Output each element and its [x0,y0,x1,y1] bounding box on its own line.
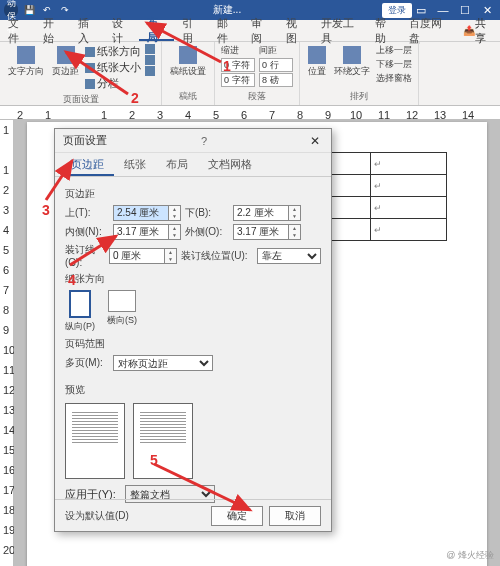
gutterpos-label: 装订线位置(U): [181,249,254,263]
wrap-button[interactable]: 环绕文字 [332,44,372,80]
top-spinner[interactable]: ▲▼ [169,205,181,221]
text-direction-button[interactable]: 文字方向 [6,44,46,80]
multi-select[interactable]: 对称页边距 [113,355,213,371]
spacing-before-input[interactable] [259,58,293,72]
tab-insert[interactable]: 插入 [70,20,105,41]
breaks-icon [145,44,155,54]
dialog-title: 页面设置 [63,133,107,148]
bottom-spinner[interactable]: ▲▼ [289,205,301,221]
indent-right-field[interactable] [221,73,255,87]
horizontal-ruler[interactable]: 211234567891011121314 [0,106,500,120]
group-arrange: 位置 环绕文字 上移一层 下移一层 选择窗格 排列 [300,42,419,105]
gutterpos-select[interactable]: 靠左 [257,248,321,264]
annotation-5: 5 [150,452,158,468]
portrait-label: 纵向(P) [65,320,95,333]
maximize-icon[interactable]: ☐ [456,4,474,17]
manuscript-icon [179,46,197,64]
tab-mailings[interactable]: 邮件 [209,20,244,41]
wrap-label: 环绕文字 [334,65,370,78]
size-button[interactable]: 纸张大小 [85,60,141,75]
indent-right-input[interactable] [221,73,255,87]
columns-icon [85,79,95,89]
position-button[interactable]: 位置 [306,44,328,80]
inside-input[interactable] [113,224,169,240]
tab-home[interactable]: 开始 [35,20,70,41]
share-label: 共享 [475,16,492,46]
orientation-icon [85,47,95,57]
tab-references[interactable]: 引用 [174,20,209,41]
ok-button[interactable]: 确定 [211,506,263,526]
gutter-spinner[interactable]: ▲▼ [165,248,177,264]
dlg-tab-grid[interactable]: 文档网格 [198,153,262,176]
hyphenation-button[interactable] [145,66,155,76]
inside-spinner[interactable]: ▲▼ [169,224,181,240]
text-direction-label: 文字方向 [8,65,44,78]
orientation-label: 纸张方向 [97,44,141,59]
margins-icon [57,46,75,64]
dlg-tab-margins[interactable]: 页边距 [61,153,114,176]
position-label: 位置 [308,65,326,78]
portrait-option[interactable]: 纵向(P) [65,290,95,333]
annotation-2: 2 [131,90,139,106]
group-manuscript: 稿纸设置 稿纸 [162,42,215,105]
top-input[interactable] [113,205,169,221]
portrait-icon [69,290,91,318]
tab-help[interactable]: 帮助 [367,20,402,41]
page-setup-dialog: 页面设置 ? ✕ 页边距 纸张 布局 文档网格 页边距 上(T): ▲▼ 下(B… [54,128,332,532]
share-button[interactable]: 📤 共享 [455,20,500,41]
preview-section-label: 预览 [65,383,321,397]
dialog-help-icon[interactable]: ? [201,135,207,147]
selection-pane-button[interactable]: 选择窗格 [376,72,412,85]
dlg-tab-paper[interactable]: 纸张 [114,153,156,176]
preview-page-left [65,403,125,479]
linenum-icon [145,55,155,65]
size-icon [85,63,95,73]
tab-file[interactable]: 文件 [0,20,35,41]
forward-button[interactable]: 上移一层 [376,44,412,57]
group-arrange-label: 排列 [306,88,412,103]
dialog-titlebar[interactable]: 页面设置 ? ✕ [55,129,331,153]
vertical-ruler[interactable]: 1123456789101112131415161718192021 [0,120,14,566]
dlg-tab-layout[interactable]: 布局 [156,153,198,176]
indent-header: 缩进 [221,44,255,57]
columns-button[interactable]: 分栏 [85,76,141,91]
dialog-close-icon[interactable]: ✕ [307,134,323,148]
ribbon: 文字方向 页边距 纸张方向 纸张大小 分栏 页面设置 稿纸设置 稿纸 缩进 [0,42,500,106]
margins-label: 页边距 [52,65,79,78]
backward-button[interactable]: 下移一层 [376,58,412,71]
preview-pane [65,403,321,479]
line-numbers-button[interactable] [145,55,155,65]
dialog-footer: 设为默认值(D) 确定 取消 [55,499,331,531]
spacing-header: 间距 [259,44,293,57]
preview-page-right [133,403,193,479]
outside-spinner[interactable]: ▲▼ [289,224,301,240]
text-direction-icon [17,46,35,64]
spacing-before-field[interactable] [259,58,293,72]
tab-view[interactable]: 视图 [278,20,313,41]
manuscript-button[interactable]: 稿纸设置 [168,44,208,80]
tab-layout[interactable]: 布局 [139,20,174,41]
inside-label: 内侧(N): [65,225,109,239]
breaks-button[interactable] [145,44,155,54]
landscape-option[interactable]: 横向(S) [107,290,137,333]
orientation-button[interactable]: 纸张方向 [85,44,141,59]
annotation-3: 3 [42,202,50,218]
spacing-after-input[interactable] [259,73,293,87]
ribbon-tabs: 文件 开始 插入 设计 布局 引用 邮件 审阅 视图 开发工具 帮助 百度网盘 … [0,20,500,42]
margins-button[interactable]: 页边距 [50,44,81,80]
top-label: 上(T): [65,206,109,220]
tab-devtools[interactable]: 开发工具 [313,20,367,41]
group-paragraph-label: 段落 [221,88,293,103]
tab-baidu[interactable]: 百度网盘 [401,20,455,41]
gutter-input[interactable] [109,248,165,264]
group-manuscript-label: 稿纸 [168,88,208,103]
outside-label: 外侧(O): [185,225,229,239]
dialog-tabs: 页边距 纸张 布局 文档网格 [55,153,331,177]
cancel-button[interactable]: 取消 [269,506,321,526]
bottom-input[interactable] [233,205,289,221]
outside-input[interactable] [233,224,289,240]
tab-review[interactable]: 审阅 [243,20,278,41]
tab-design[interactable]: 设计 [104,20,139,41]
spacing-after-field[interactable] [259,73,293,87]
set-default-link[interactable]: 设为默认值(D) [65,509,129,523]
